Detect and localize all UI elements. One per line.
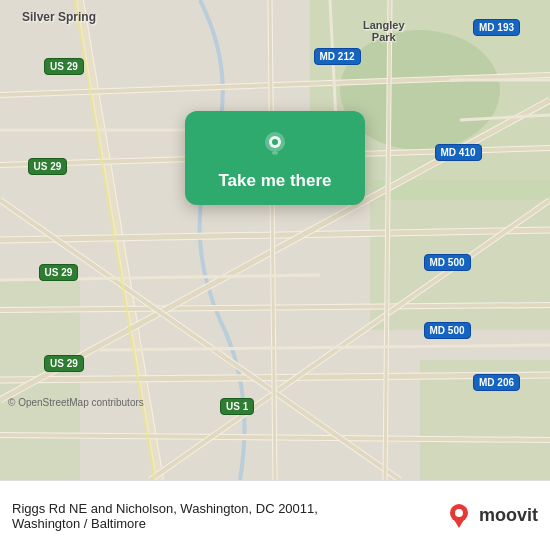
location-pin-icon [257, 127, 293, 163]
place-label-langley-park: LangleyPark [363, 19, 405, 43]
moovit-logo: moovit [443, 500, 538, 532]
badge-us29-1: US 29 [44, 58, 84, 75]
address-line1: Riggs Rd NE and Nicholson, Washington, D… [12, 501, 318, 516]
address-block: Riggs Rd NE and Nicholson, Washington, D… [12, 501, 318, 531]
moovit-icon [443, 500, 475, 532]
badge-md206: MD 206 [473, 374, 520, 391]
badge-us1: US 1 [220, 398, 254, 415]
badge-md500-1: MD 500 [424, 254, 471, 271]
info-bar: Riggs Rd NE and Nicholson, Washington, D… [0, 480, 550, 550]
badge-md500-2: MD 500 [424, 322, 471, 339]
badge-md212: MD 212 [314, 48, 361, 65]
svg-point-43 [455, 509, 463, 517]
copyright-text: © OpenStreetMap contributors [8, 397, 144, 408]
badge-us29-4: US 29 [44, 355, 84, 372]
badge-us29-3: US 29 [39, 264, 79, 281]
badge-md193: MD 193 [473, 19, 520, 36]
svg-point-40 [272, 152, 278, 155]
svg-point-39 [272, 139, 278, 145]
place-label-silver-spring: Silver Spring [22, 10, 96, 24]
location-card: Take me there [185, 111, 365, 205]
address-line2: Washington / Baltimore [12, 516, 318, 531]
take-me-there-button[interactable]: Take me there [218, 171, 331, 191]
map-container: Silver Spring LangleyPark US 29 US 29 US… [0, 0, 550, 480]
svg-marker-42 [453, 518, 465, 528]
badge-us29-2: US 29 [28, 158, 68, 175]
moovit-brand-text: moovit [479, 505, 538, 526]
badge-md410: MD 410 [435, 144, 482, 161]
